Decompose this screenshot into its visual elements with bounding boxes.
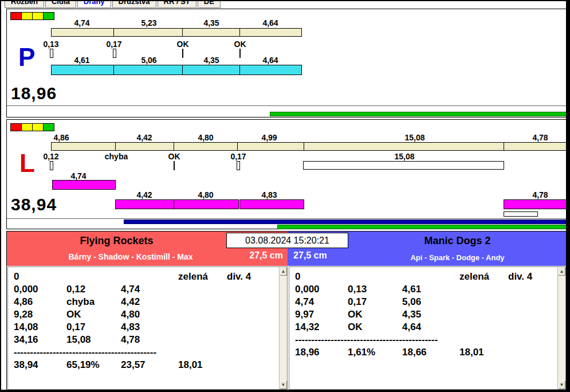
- table-divider: ----------------------------------------…: [295, 334, 565, 347]
- table-cell: 5,06: [402, 296, 459, 309]
- gross-time-label: 4,35: [203, 18, 219, 28]
- table-cell: 38,94: [14, 359, 66, 372]
- lane-l-panel: 4,86 4,42 4,80 4,99 15,08 4,78 0,12 chyb…: [6, 119, 567, 229]
- table-row: 14,32 OK 4,64: [295, 322, 565, 334]
- table-cell: 0,17: [66, 322, 121, 334]
- scroll-down-icon[interactable]: ▼: [558, 381, 565, 389]
- table-cell: 4,86: [14, 296, 66, 309]
- table-row: 0,000 0,12 4,74: [14, 284, 287, 296]
- table-cell: 1,61%: [348, 347, 402, 359]
- table-cell: 9,97: [295, 309, 348, 322]
- lane-p-panel: 4,74 5,23 4,35 4,64 0,13 0,17 OK OK P 4,…: [6, 9, 567, 117]
- table-cell: [121, 271, 178, 284]
- scrollbar[interactable]: ▲ ▼: [557, 267, 565, 389]
- gross-time-label: 15,08: [404, 133, 424, 142]
- status-light-yellow-2: [32, 123, 44, 131]
- table-cell: [66, 271, 121, 284]
- ok-marker-line: [182, 49, 183, 58]
- gross-bar-segment: [52, 143, 116, 150]
- gross-bar-segment: [304, 143, 504, 150]
- table-cell: OK: [348, 309, 402, 322]
- table-cell: div. 4: [227, 271, 267, 284]
- table-cell: OK: [348, 322, 402, 334]
- net-bar: [239, 199, 304, 209]
- lane-letter: L: [19, 151, 35, 176]
- table-cell: 4,35: [402, 309, 459, 322]
- net-time-label: 4,64: [262, 56, 278, 65]
- changeover-margin-marker: [237, 161, 240, 170]
- scrollbar[interactable]: ▲ ▼: [279, 267, 287, 389]
- start-margin-marker: [50, 49, 53, 58]
- net-time-label: 4,35: [203, 56, 219, 65]
- tab-rr-st[interactable]: RR / ST: [158, 1, 196, 8]
- net-time-label: 4,61: [74, 56, 89, 65]
- table-totals-row: 38,94 65,19% 23,57 18,01: [14, 359, 287, 372]
- table-cell: zelená: [459, 271, 508, 284]
- table-cell: 18,96: [295, 347, 348, 359]
- table-row: 0,000 0,13 4,61: [295, 284, 565, 296]
- net-bar: [504, 199, 568, 209]
- status-light-yellow-1: [21, 12, 33, 20]
- net-time-label: 4,80: [198, 190, 213, 199]
- table-cell: zelená: [178, 271, 227, 284]
- team-left-name: Flying Rockets: [7, 235, 226, 247]
- net-bar-segment: [174, 200, 238, 209]
- changeover-margin-marker: [113, 49, 116, 58]
- table-row: 9,28 OK 4,80: [14, 309, 287, 322]
- ok-marker-line: [239, 49, 241, 58]
- scroll-up-icon[interactable]: ▲: [280, 267, 287, 276]
- net-bar-segment: [504, 200, 567, 209]
- table-row: 0 zelená div. 4: [14, 271, 287, 284]
- table-row: 9,97 OK 4,35: [295, 309, 565, 322]
- net-bar-segment: [240, 65, 301, 75]
- progress-bar-blue: [124, 219, 567, 224]
- team-right-name: Manic Dogs 2: [348, 235, 567, 247]
- gross-bar-segment: [240, 29, 301, 36]
- tab-de[interactable]: DE: [198, 1, 221, 8]
- progress-bar-green: [277, 225, 567, 229]
- panel-separator: [7, 105, 566, 106]
- team-right-members: Api - Spark - Dodge - Andy: [348, 253, 567, 262]
- table-cell: 4,42: [121, 296, 178, 309]
- tab-drahy[interactable]: Dráhy: [77, 1, 111, 8]
- marker-label: 0,17: [106, 40, 121, 49]
- table-cell: 0,12: [66, 284, 121, 296]
- table-cell: 34,16: [14, 334, 66, 347]
- tab-druzstva[interactable]: Družstva: [112, 1, 156, 8]
- table-cell: 0,000: [295, 284, 348, 296]
- scroll-down-icon[interactable]: ▼: [280, 381, 287, 389]
- tab-strip: Rozbeh Cidla Dráhy Družstva RR / ST DE: [3, 1, 566, 8]
- scroll-up-icon[interactable]: ▲: [558, 267, 565, 276]
- gross-bar-segment: [174, 143, 238, 150]
- gross-bar-segment: [238, 143, 304, 150]
- team-left-hurdle-height: 27,5 cm: [231, 250, 283, 261]
- application-window: Rozbeh Cidla Dráhy Družstva RR / ST DE 4…: [0, 0, 570, 392]
- gross-bar-segment: [114, 29, 183, 36]
- table-cell: 4,74: [295, 296, 348, 309]
- tab-cidla[interactable]: Cidla: [45, 1, 76, 8]
- net-time-label: 4,78: [532, 190, 548, 199]
- lane-total-time: 38,94: [11, 195, 57, 214]
- tab-rozbeh[interactable]: Rozbeh: [5, 1, 44, 8]
- table-cell: 65,19%: [66, 359, 121, 372]
- marker-label: OK: [177, 40, 189, 49]
- gross-bar-segment: [116, 143, 174, 150]
- table-cell: 4,78: [121, 334, 178, 347]
- gross-time-label: 4,64: [262, 18, 278, 28]
- table-cell: 9,28: [14, 309, 66, 322]
- table-cell: 4,64: [402, 322, 459, 334]
- table-row: 34,16 15,08 4,78: [14, 334, 287, 347]
- table-cell: [348, 271, 402, 284]
- gross-bar-segment: [504, 143, 567, 150]
- table-cell: 4,83: [121, 322, 178, 334]
- net-bar-segment: [183, 65, 240, 75]
- table-cell: 0,17: [348, 296, 402, 309]
- status-light-yellow-1: [21, 123, 33, 131]
- status-lights: [10, 123, 54, 131]
- table-cell: 18,01: [178, 359, 227, 372]
- pending-bar: [504, 211, 538, 217]
- status-light-red: [10, 12, 22, 20]
- marker-label: chyba: [105, 152, 128, 161]
- table-cell: div. 4: [508, 271, 548, 284]
- gross-bar: [51, 28, 302, 37]
